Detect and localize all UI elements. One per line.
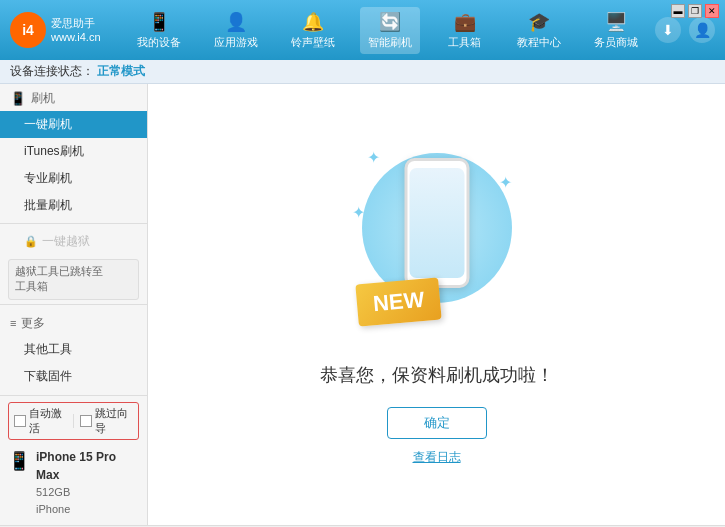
skip-guide-item[interactable]: 跳过向导 [80,406,133,436]
phone-device [404,158,469,288]
sidebar: 📱 刷机 一键刷机 iTunes刷机 专业刷机 批量刷机 🔒 [0,84,148,525]
checkbox-row: 自动激活 跳过向导 [8,402,139,440]
device-phone-icon: 📱 [8,450,30,472]
my-device-icon: 📱 [148,11,170,33]
tab-business[interactable]: 🖥️ 务员商城 [586,7,646,54]
sidebar-disabled-jailbreak: 🔒 一键越狱 [0,228,147,255]
apps-games-icon: 👤 [225,11,247,33]
sidebar-content: 📱 刷机 一键刷机 iTunes刷机 专业刷机 批量刷机 🔒 [0,84,147,395]
sidebar-divider-2 [0,304,147,305]
flash-section-icon: 📱 [10,91,26,106]
tab-tutorial[interactable]: 🎓 教程中心 [509,7,569,54]
tab-my-device[interactable]: 📱 我的设备 [129,7,189,54]
tab-smart-flash[interactable]: 🔄 智能刷机 [360,7,420,54]
smart-flash-icon: 🔄 [379,11,401,33]
device-info: 📱 iPhone 15 Pro Max 512GB iPhone [8,446,139,519]
status-bar: 设备连接状态： 正常模式 [0,60,725,84]
tab-ringtones[interactable]: 🔔 铃声壁纸 [283,7,343,54]
sidebar-item-pro-flash[interactable]: 专业刷机 [0,165,147,192]
device-storage: 512GB [36,484,139,501]
sidebar-divider-1 [0,223,147,224]
minimize-button[interactable]: ▬ [671,4,685,18]
tutorial-icon: 🎓 [528,11,550,33]
device-details: iPhone 15 Pro Max 512GB iPhone [36,448,139,517]
logo-icon: i4 [10,12,46,48]
content-area: NEW ✦ ✦ ✦ 恭喜您，保资料刷机成功啦！ 确定 查看日志 [148,84,725,525]
sidebar-item-itunes-flash[interactable]: iTunes刷机 [0,138,147,165]
sparkle-icon-1: ✦ [367,148,380,167]
ringtones-icon: 🔔 [302,11,324,33]
user-icon[interactable]: 👤 [689,17,715,43]
logo-area: i4 爱思助手 www.i4.cn [10,12,120,48]
new-badge: NEW [355,277,442,326]
phone-illustration: NEW ✦ ✦ ✦ [347,143,527,343]
device-section: 自动激活 跳过向导 📱 iPhone 15 Pro Max 512GB iPho… [0,395,147,525]
sidebar-item-other-tools[interactable]: 其他工具 [0,336,147,363]
status-label: 正常模式 [97,64,145,78]
tab-toolbox[interactable]: 💼 工具箱 [437,7,492,54]
device-type: iPhone [36,501,139,518]
window-controls[interactable]: ▬ ❐ ✕ [671,4,719,18]
sidebar-flash-section[interactable]: 📱 刷机 [0,84,147,111]
phone-screen [409,168,464,278]
lock-icon: 🔒 [24,235,38,248]
tab-apps-games[interactable]: 👤 应用游戏 [206,7,266,54]
nav-tabs: 📱 我的设备 👤 应用游戏 🔔 铃声壁纸 🔄 智能刷机 💼 工具箱 🎓 [120,7,655,54]
sidebar-item-batch-flash[interactable]: 批量刷机 [0,192,147,219]
header-right: ⬇ 👤 [655,17,715,43]
sparkle-icon-2: ✦ [499,173,512,192]
sidebar-more-section[interactable]: ≡ 更多 [0,309,147,336]
download-icon[interactable]: ⬇ [655,17,681,43]
sidebar-item-one-key-flash[interactable]: 一键刷机 [0,111,147,138]
log-link[interactable]: 查看日志 [413,449,461,466]
close-button[interactable]: ✕ [705,4,719,18]
checkbox-divider [73,414,74,428]
toolbox-icon: 💼 [454,11,476,33]
logo-text: 爱思助手 www.i4.cn [51,16,101,45]
confirm-button[interactable]: 确定 [387,407,487,439]
maximize-button[interactable]: ❐ [688,4,702,18]
device-name: iPhone 15 Pro Max [36,448,139,484]
main-layout: 📱 刷机 一键刷机 iTunes刷机 专业刷机 批量刷机 🔒 [0,84,725,525]
sparkle-icon-3: ✦ [352,203,365,222]
sidebar-item-download-firmware[interactable]: 下载固件 [0,363,147,390]
more-section-icon: ≡ [10,317,16,329]
skip-guide-checkbox[interactable] [80,415,92,427]
auto-activate-checkbox[interactable] [14,415,26,427]
success-text: 恭喜您，保资料刷机成功啦！ [320,363,554,387]
sidebar-warning-box: 越狱工具已跳转至 工具箱 [8,259,139,300]
business-icon: 🖥️ [605,11,627,33]
auto-activate-item[interactable]: 自动激活 [14,406,67,436]
header: i4 爱思助手 www.i4.cn 📱 我的设备 👤 应用游戏 🔔 铃声壁纸 🔄 [0,0,725,60]
